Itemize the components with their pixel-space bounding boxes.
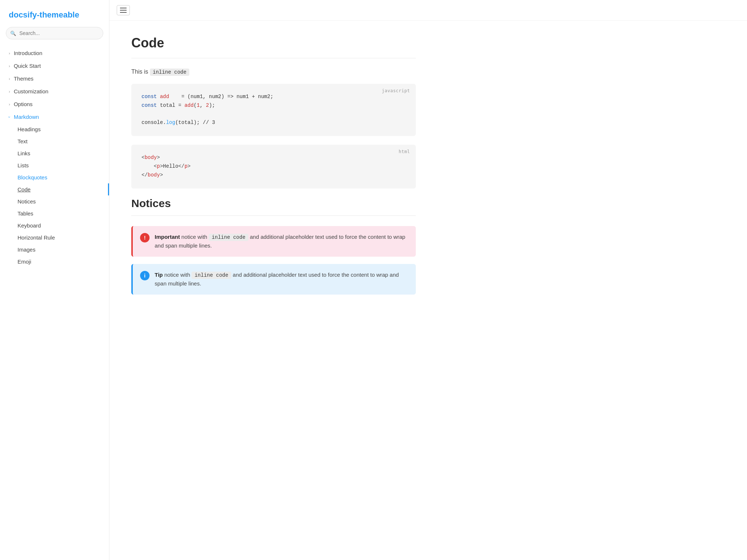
- sidebar-item-quick-start[interactable]: › Quick Start: [0, 59, 109, 72]
- notice-tip-text: Tip notice with inline code and addition…: [155, 271, 409, 288]
- inline-text-paragraph: This is inline code: [131, 69, 416, 75]
- main-content: Code This is inline code javascript cons…: [109, 0, 747, 560]
- sidebar-item-code[interactable]: Code: [0, 183, 109, 195]
- notice-tip-part1: notice with: [164, 272, 190, 278]
- sidebar-item-themes[interactable]: › Themes: [0, 72, 109, 85]
- code-lang-label: javascript: [382, 88, 410, 93]
- sidebar-item-label: Introduction: [14, 50, 42, 56]
- code-lang-label: html: [399, 149, 410, 154]
- search-icon: 🔍: [10, 31, 16, 36]
- sidebar-item-links[interactable]: Links: [0, 147, 109, 159]
- logo-link[interactable]: docsify-themeable: [9, 10, 79, 19]
- sidebar-item-images[interactable]: Images: [0, 244, 109, 256]
- hamburger-line: [120, 10, 127, 11]
- sidebar-item-blockquotes[interactable]: Blockquotes: [0, 171, 109, 183]
- chevron-icon: ›: [9, 77, 10, 81]
- notice-important: ! Important notice with inline code and …: [131, 226, 416, 257]
- chevron-icon: ›: [9, 102, 10, 106]
- notice-inline-code: inline code: [209, 234, 248, 241]
- sidebar-item-keyboard[interactable]: Keyboard: [0, 219, 109, 232]
- inline-code-span: inline code: [150, 69, 189, 76]
- notice-text-part1: notice with: [181, 234, 207, 240]
- code-pre: const add = (num1, num2) => num1 + num2;…: [142, 93, 406, 127]
- chevron-icon: ›: [9, 64, 10, 68]
- chevron-icon: ›: [9, 89, 10, 94]
- sidebar-item-label: Options: [14, 101, 33, 107]
- hamburger-line: [120, 12, 127, 13]
- page-title: Code: [131, 35, 416, 51]
- notice-tip-inline-code: inline code: [191, 272, 231, 279]
- search-input[interactable]: [6, 27, 103, 39]
- sidebar-item-label: Customization: [14, 88, 49, 94]
- notices-divider: [131, 215, 416, 216]
- topbar: [109, 0, 747, 21]
- sidebar-item-headings[interactable]: Headings: [0, 123, 109, 135]
- sidebar-item-label: Quick Start: [14, 63, 41, 69]
- chevron-down-icon: ›: [7, 116, 12, 118]
- sidebar-nav: › Introduction › Quick Start › Themes › …: [0, 45, 109, 269]
- tip-icon: i: [140, 271, 150, 280]
- hamburger-button[interactable]: [117, 5, 130, 15]
- sidebar-item-markdown[interactable]: › Markdown: [0, 110, 109, 123]
- sidebar-item-tables[interactable]: Tables: [0, 207, 109, 219]
- sidebar-item-notices[interactable]: Notices: [0, 195, 109, 207]
- sidebar-item-text[interactable]: Text: [0, 135, 109, 147]
- inline-text-prefix: This is: [131, 69, 148, 75]
- hamburger-line: [120, 8, 127, 8]
- sidebar-item-label: Themes: [14, 75, 34, 82]
- sidebar-item-introduction[interactable]: › Introduction: [0, 47, 109, 59]
- important-icon: !: [140, 233, 150, 242]
- chevron-icon: ›: [9, 51, 10, 55]
- code-pre: <body> <p>Hello</p> </body>: [142, 153, 406, 179]
- code-block-html: html <body> <p>Hello</p> </body>: [131, 145, 416, 188]
- sidebar-logo: docsify-themeable: [0, 0, 109, 27]
- notice-important-text: Important notice with inline code and ad…: [155, 233, 409, 250]
- notice-important-bold: Important: [155, 234, 180, 240]
- sidebar-item-options[interactable]: › Options: [0, 98, 109, 110]
- sidebar-item-emoji[interactable]: Emoji: [0, 256, 109, 268]
- title-divider: [131, 58, 416, 58]
- sidebar: docsify-themeable 🔍 › Introduction › Qui…: [0, 0, 109, 560]
- notice-tip: i Tip notice with inline code and additi…: [131, 264, 416, 295]
- sidebar-item-customization[interactable]: › Customization: [0, 85, 109, 98]
- page-content: Code This is inline code javascript cons…: [109, 21, 438, 316]
- sidebar-item-lists[interactable]: Lists: [0, 159, 109, 171]
- code-block-javascript: javascript const add = (num1, num2) => n…: [131, 84, 416, 136]
- sidebar-search-wrapper: 🔍: [0, 27, 109, 45]
- sidebar-item-horizontal-rule[interactable]: Horizontal Rule: [0, 232, 109, 244]
- notice-tip-bold: Tip: [155, 272, 163, 278]
- notices-section-title: Notices: [131, 197, 416, 210]
- sidebar-item-label: Markdown: [14, 114, 39, 120]
